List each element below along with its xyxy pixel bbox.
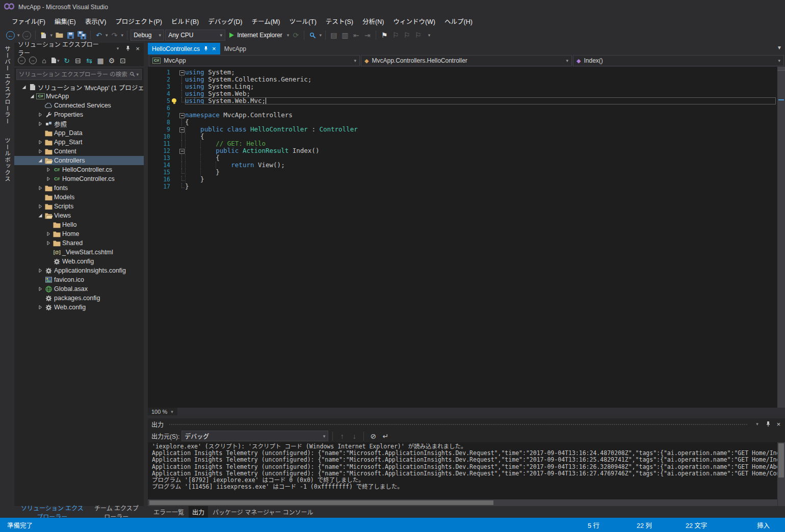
tree-item-global-asax[interactable]: Global.asax	[14, 284, 144, 294]
previous-message-button[interactable]: ↑	[337, 430, 347, 442]
split-window-handle[interactable]	[777, 67, 785, 71]
menu-item-analyze[interactable]: 分析(N)	[358, 15, 388, 28]
tree-item-packages-config[interactable]: packages.config	[14, 294, 144, 303]
tree-item-views-home[interactable]: Home	[14, 229, 144, 238]
tree-item-app-data[interactable]: App_Data	[14, 128, 144, 138]
fold-marker-icon[interactable]	[178, 69, 185, 76]
editor-horizontal-scrollbar[interactable]	[177, 408, 785, 415]
project-dropdown[interactable]: C# MvcApp ▾	[149, 55, 360, 66]
menu-item-help[interactable]: ヘルプ(H)	[440, 15, 477, 28]
solution-search-box[interactable]: ▾	[16, 69, 142, 80]
tree-item-solution[interactable]: ソリューション 'MvcApp' (1 プロジェクト)	[14, 83, 144, 92]
collapse-all-button[interactable]: ⊟	[73, 55, 84, 66]
tree-item-references[interactable]: 参照	[14, 119, 144, 128]
chevron-collapsed-icon[interactable]	[37, 204, 44, 209]
tree-item-models[interactable]: Models	[14, 193, 144, 202]
chevron-collapsed-icon[interactable]	[37, 112, 44, 117]
tab-hellocontroller-cs[interactable]: HelloController.cs ×	[148, 43, 220, 55]
redo-button[interactable]: ↷	[110, 29, 120, 41]
chevron-down-icon[interactable]: ▾	[121, 33, 124, 38]
code-line-7[interactable]: 7namespace MvcApp.Controllers	[148, 112, 785, 119]
clear-all-output-button[interactable]: ⊘	[368, 430, 378, 442]
code-editor[interactable]: 1using System;2using System.Collections.…	[148, 67, 785, 408]
code-line-8[interactable]: 8{	[148, 119, 785, 126]
auto-hide-pin-button[interactable]	[124, 44, 132, 53]
window-position-button[interactable]: ▾	[753, 420, 762, 429]
chevron-collapsed-icon[interactable]	[37, 121, 44, 126]
tree-item-controllers[interactable]: Controllers	[14, 156, 144, 165]
code-line-6[interactable]: 6	[148, 104, 785, 112]
home-button[interactable]: ⌂	[39, 55, 49, 66]
chevron-down-icon[interactable]: ▾	[136, 72, 139, 77]
tree-item-scripts[interactable]: Scripts	[14, 202, 144, 211]
active-files-dropdown-button[interactable]: ▼	[777, 45, 782, 50]
increase-indent-button[interactable]: ⇥	[362, 29, 373, 41]
menu-item-view[interactable]: 表示(V)	[81, 15, 111, 28]
tab-mvcapp[interactable]: MvcApp	[220, 43, 250, 55]
toolbar-options-button[interactable]: ▾	[424, 29, 434, 41]
tree-item-app-start[interactable]: App_Start	[14, 138, 144, 147]
solution-search-input[interactable]	[19, 71, 129, 77]
menu-item-debug[interactable]: デバッグ(D)	[203, 15, 247, 28]
activity-tab-toolbox[interactable]: ツールボックス	[3, 138, 11, 182]
panel-splitter[interactable]	[144, 43, 148, 518]
menu-item-team[interactable]: チーム(M)	[247, 15, 285, 28]
tree-item-homecontroller-cs[interactable]: C#HomeController.cs	[14, 174, 144, 183]
auto-h­ide-pin-button[interactable]	[764, 420, 772, 429]
menu-item-tools[interactable]: ツール(T)	[284, 15, 321, 28]
close-panel-button[interactable]: ×	[134, 44, 142, 53]
tree-item-content[interactable]: Content	[14, 147, 144, 156]
chevron-down-icon[interactable]: ▾	[319, 33, 322, 38]
search-icon[interactable]	[129, 71, 136, 77]
menu-item-file[interactable]: ファイル(F)	[7, 15, 50, 28]
code-line-4[interactable]: 4using System.Web;	[148, 90, 785, 97]
code-line-13[interactable]: 13 {	[148, 154, 785, 162]
tree-item-project-mvcapp[interactable]: C#MvcApp	[14, 92, 144, 101]
tree-item-hellocontroller-cs[interactable]: C#HelloController.cs	[14, 165, 144, 174]
editor-vertical-scrollbar[interactable]	[777, 67, 785, 408]
refresh-browser-link-button[interactable]: ⟳	[291, 29, 301, 41]
chevron-collapsed-icon[interactable]	[45, 231, 52, 236]
menu-item-test[interactable]: テスト(S)	[321, 15, 358, 28]
chevron-down-icon[interactable]: ▾	[50, 33, 54, 38]
code-line-15[interactable]: 15 }	[148, 169, 785, 176]
tree-item-favicon-ico[interactable]: favicon.ico	[14, 275, 144, 284]
code-line-10[interactable]: 10 {	[148, 133, 785, 140]
panel-drag-area[interactable]	[169, 423, 748, 425]
next-bookmark-button[interactable]: ⚐	[402, 29, 412, 41]
lightbulb-icon[interactable]	[172, 98, 176, 102]
switch-views-button[interactable]: ▾	[50, 55, 61, 66]
code-line-3[interactable]: 3using System.Linq;	[148, 83, 785, 90]
scrollbar-thumb[interactable]	[149, 500, 493, 505]
scrollbar-thumb[interactable]	[778, 443, 784, 477]
code-line-12[interactable]: 12 public ActionResult Index()	[148, 147, 785, 154]
show-all-files-button[interactable]: ▦	[95, 55, 106, 66]
fold-marker-icon[interactable]	[178, 147, 185, 154]
chevron-down-icon[interactable]: ▾	[17, 33, 20, 38]
code-line-17[interactable]: 17}	[148, 183, 785, 190]
member-dropdown[interactable]: ◆ Index() ▾	[573, 55, 784, 66]
previous-bookmark-button[interactable]: ⚐	[390, 29, 401, 41]
menu-item-window[interactable]: ウィンドウ(W)	[388, 15, 440, 28]
chevron-collapsed-icon[interactable]	[45, 241, 52, 246]
code-line-9[interactable]: 9 public class HelloController : Control…	[148, 126, 785, 133]
close-icon[interactable]: ×	[212, 45, 216, 52]
chevron-collapsed-icon[interactable]	[37, 149, 44, 154]
chevron-down-icon[interactable]: ▾	[105, 33, 109, 38]
tree-item-views-web-config[interactable]: Web.config	[14, 257, 144, 266]
chevron-expanded-icon[interactable]	[37, 158, 44, 163]
output-text-area[interactable]: 'iexplore.exe' (スクリプト): 'スクリプト コード (Wind…	[148, 442, 785, 499]
next-message-button[interactable]: ↓	[349, 430, 359, 442]
chevron-collapsed-icon[interactable]	[45, 167, 52, 172]
fold-marker-icon[interactable]	[178, 112, 185, 119]
chevron-expanded-icon[interactable]	[20, 85, 28, 90]
chevron-collapsed-icon[interactable]	[37, 305, 44, 310]
tree-item-views-hello[interactable]: Hello	[14, 220, 144, 229]
tree-item-views-shared[interactable]: Shared	[14, 238, 144, 248]
tree-item-viewstart-cshtml[interactable]: [@]_ViewStart.cshtml	[14, 248, 144, 257]
tree-item-applicationinsights-config[interactable]: ApplicationInsights.config	[14, 266, 144, 275]
tree-item-web-config[interactable]: Web.config	[14, 303, 144, 312]
menu-item-build[interactable]: ビルド(B)	[167, 15, 203, 28]
comment-selection-button[interactable]: ▤	[329, 29, 339, 41]
code-line-1[interactable]: 1using System;	[148, 69, 785, 76]
